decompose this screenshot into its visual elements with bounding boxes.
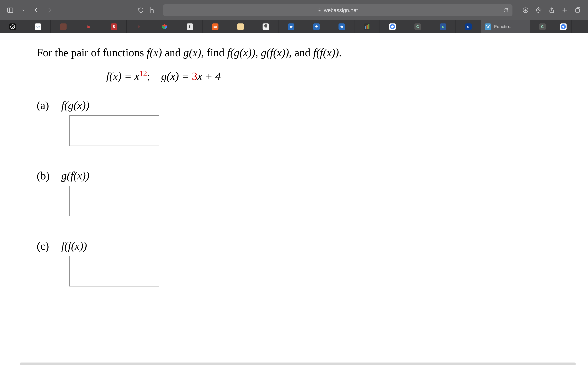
- tab-21[interactable]: C: [530, 20, 555, 33]
- part-a-answer: [69, 115, 559, 146]
- horizontal-scrollbar[interactable]: [20, 363, 576, 365]
- part-c: (c) f(f(x)): [37, 239, 559, 254]
- svg-rect-0: [8, 8, 13, 13]
- svg-point-3: [538, 9, 539, 11]
- question-prompt: For the pair of functions f(x) and g(x),…: [37, 45, 559, 60]
- def-gx: g(x) =: [161, 70, 192, 82]
- tab-9[interactable]: ▭: [203, 20, 228, 33]
- shield-icon[interactable]: [137, 6, 145, 14]
- answer-input-c[interactable]: [69, 256, 159, 286]
- tab-13[interactable]: ★: [304, 20, 329, 33]
- fn-gfx: g(f(x)): [261, 47, 289, 59]
- tab-18[interactable]: s: [430, 20, 456, 33]
- def-gx-coef: 3: [192, 70, 198, 82]
- part-a-expr: f(g(x)): [61, 98, 89, 113]
- svg-rect-10: [368, 24, 369, 29]
- question-content: For the pair of functions f(x) and g(x),…: [0, 33, 588, 295]
- function-definitions: f(x) = x12; g(x) = 3x + 4: [37, 68, 559, 84]
- part-b-expr: g(f(x)): [61, 168, 89, 183]
- svg-point-13: [562, 26, 564, 28]
- part-a-label: (a): [37, 98, 53, 113]
- tab-8[interactable]: ⬆: [177, 20, 203, 33]
- tab-17[interactable]: C: [405, 20, 430, 33]
- browser-toolbar: h webassign.net: [0, 0, 588, 20]
- fn-ffx: f(f(x)): [313, 47, 339, 59]
- tab-15[interactable]: [355, 20, 380, 33]
- tab-10[interactable]: [228, 20, 253, 33]
- active-tab-label: Functio...: [494, 24, 512, 29]
- part-b: (b) g(f(x)): [37, 168, 559, 183]
- settings-icon[interactable]: [535, 6, 543, 14]
- part-b-answer: [69, 186, 559, 216]
- tab-22[interactable]: [555, 20, 572, 33]
- tab-6[interactable]: in: [127, 20, 152, 33]
- fn-gx: g(x): [183, 47, 201, 59]
- sidebar-toggle-icon[interactable]: [6, 6, 14, 14]
- tab-16[interactable]: [380, 20, 405, 33]
- tab-2[interactable]: Am: [25, 20, 51, 33]
- answer-input-b[interactable]: [69, 186, 159, 216]
- answer-input-a[interactable]: [69, 115, 159, 146]
- tab-4[interactable]: in: [76, 20, 101, 33]
- tab-11[interactable]: [253, 20, 278, 33]
- tab-3[interactable]: [51, 20, 76, 33]
- tab-19[interactable]: o: [456, 20, 481, 33]
- part-a: (a) f(g(x)): [37, 98, 559, 113]
- forward-button: [45, 6, 53, 14]
- fn-fgx: f(g(x)): [227, 47, 255, 59]
- back-button[interactable]: [32, 6, 40, 14]
- site-logo-icon: h: [150, 5, 154, 15]
- new-tab-button[interactable]: [561, 6, 569, 14]
- svg-rect-8: [365, 26, 366, 29]
- def-gx-tail: x + 4: [198, 70, 221, 82]
- url-host-text: webassign.net: [324, 7, 358, 13]
- tab-7[interactable]: [152, 20, 177, 33]
- chevron-down-icon[interactable]: [19, 6, 27, 14]
- svg-rect-9: [366, 25, 367, 29]
- part-c-label: (c): [37, 239, 53, 254]
- prompt-text: For the pair of functions: [37, 47, 147, 59]
- part-c-expr: f(f(x)): [61, 239, 87, 254]
- address-bar[interactable]: webassign.net: [163, 4, 512, 16]
- tab-5[interactable]: S: [101, 20, 127, 33]
- def-fx-exp: 12: [139, 69, 147, 78]
- webassign-favicon: W: [485, 24, 491, 30]
- share-icon[interactable]: [548, 6, 556, 14]
- lock-icon: [318, 8, 321, 12]
- tab-14[interactable]: ★: [329, 20, 355, 33]
- tab-1[interactable]: [0, 20, 25, 33]
- def-fx: f(x) = x: [106, 70, 139, 82]
- downloads-icon[interactable]: [521, 6, 530, 14]
- reload-icon[interactable]: [503, 8, 508, 13]
- fn-fx: f(x): [147, 47, 162, 59]
- tab-12[interactable]: ★: [278, 20, 304, 33]
- part-c-answer: [69, 256, 559, 286]
- tab-overview-icon[interactable]: [574, 6, 582, 14]
- tab-strip: Am in S in ⬆ ▭ ★ ★ ★ C s o W Functio... …: [0, 20, 588, 33]
- svg-rect-7: [576, 8, 579, 12]
- part-b-label: (b): [37, 168, 53, 183]
- tab-active[interactable]: W Functio...: [481, 20, 530, 33]
